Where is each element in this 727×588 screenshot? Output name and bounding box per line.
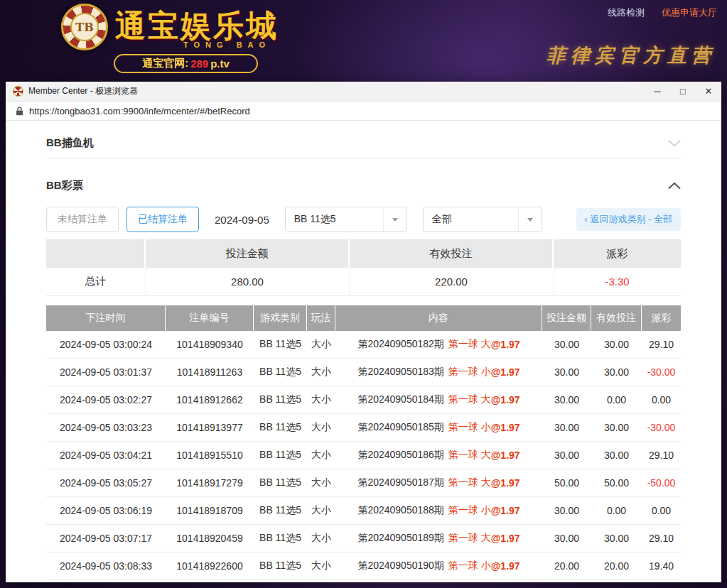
summary-payout: -3.30 [554, 268, 681, 296]
back-to-category-button[interactable]: ‹ 返回游戏类别 - 全部 [576, 208, 682, 231]
cell-play: 大小 [307, 359, 335, 386]
type-select-arrow [518, 207, 542, 232]
content-period: 第202409050185期 [357, 421, 443, 434]
table-row: 2024-09-05 03:07:17 101418920459 BB 11选5… [46, 525, 681, 552]
casino-chip-logo-icon: TB [61, 4, 108, 50]
cell-game: BB 11选5 [254, 525, 307, 552]
cell-game: BB 11选5 [254, 469, 307, 496]
cell-bet-amount: 30.00 [542, 442, 591, 469]
bet-table-header: 下注时间 注单编号 游戏类别 玩法 内容 投注金额 有效投注 派彩 [46, 305, 681, 331]
table-row: 2024-09-05 03:05:27 101418917279 BB 11选5… [46, 469, 681, 497]
minimize-button[interactable]: ─ [645, 82, 670, 102]
screen: TB 通宝娱乐城 TONG BAO 通宝官网: 289 p.tv 线路检测 优惠… [0, 0, 727, 588]
chevron-down-icon [668, 140, 681, 147]
banner-links: 线路检测 优惠申请大厅 [608, 6, 717, 19]
table-row: 2024-09-05 03:02:27 101418912662 BB 11选5… [46, 386, 681, 414]
cell-order-no: 101418915510 [166, 442, 254, 469]
cell-payout: 0.00 [642, 497, 681, 524]
type-select[interactable]: 全部 [423, 207, 542, 232]
cell-play: 大小 [307, 414, 335, 441]
close-button[interactable]: ✕ [696, 82, 721, 102]
settled-bets-button[interactable]: 已结算注单 [126, 207, 199, 232]
official-site-pill[interactable]: 通宝官网: 289 p.tv [114, 54, 258, 73]
cell-order-no: 101418918709 [166, 497, 254, 524]
cell-valid-bet: 50.00 [591, 469, 642, 496]
window-titlebar[interactable]: Member Center - 极速浏览器 ─ □ ✕ [6, 82, 721, 102]
cell-valid-bet: 30.00 [591, 359, 642, 386]
maximize-button[interactable]: □ [670, 82, 696, 102]
type-select-value: 全部 [432, 213, 452, 226]
content-odds: @1.97 [491, 560, 520, 572]
cell-order-no: 101418912662 [166, 386, 254, 413]
cell-time: 2024-09-05 03:05:27 [46, 469, 166, 496]
official-site-domain: p.tv [210, 58, 230, 70]
cell-payout: -50.00 [642, 469, 681, 496]
header-play-type: 玩法 [307, 305, 335, 331]
table-row: 2024-09-05 03:00:24 101418909340 BB 11选5… [46, 331, 681, 359]
cell-play: 大小 [307, 497, 335, 524]
header-order-no: 注单编号 [166, 305, 254, 331]
content-pick: 第一球 大 [448, 449, 491, 462]
cell-play: 大小 [307, 525, 335, 552]
content-odds: @1.97 [491, 394, 520, 405]
summary-header-bet-amount: 投注金额 [146, 239, 350, 268]
content-odds: @1.97 [491, 422, 520, 433]
summary-table: 投注金额 有效投注 派彩 总计 280.00 220.00 -3.30 [46, 239, 681, 296]
content-pick: 第一球 小 [448, 366, 491, 379]
banner-slogan: 菲律宾官方直营 [546, 43, 716, 68]
cell-valid-bet: 30.00 [591, 331, 642, 358]
content-pick: 第一球 大 [448, 477, 491, 489]
content-period: 第202409050184期 [357, 393, 443, 406]
cell-content: 第202409050183期第一球 小@1.97 [335, 359, 542, 386]
cell-order-no: 101418911263 [166, 359, 254, 386]
cell-valid-bet: 0.00 [591, 497, 642, 524]
official-site-label: 通宝官网: [142, 57, 188, 70]
game-select[interactable]: BB 11选5 [285, 207, 407, 232]
header-payout: 派彩 [642, 305, 681, 331]
cell-game: BB 11选5 [254, 497, 307, 524]
section-fishing-label: BB捕鱼机 [46, 136, 94, 150]
cell-content: 第202409050186期第一球 大@1.97 [335, 442, 542, 469]
browser-window: Member Center - 极速浏览器 ─ □ ✕ https://tong… [6, 82, 721, 582]
cell-time: 2024-09-05 03:07:17 [46, 525, 166, 552]
date-picker[interactable]: 2024-09-05 [215, 214, 269, 226]
cell-time: 2024-09-05 03:01:37 [46, 359, 166, 386]
cell-payout: 0.00 [642, 386, 681, 413]
cell-payout: 29.10 [642, 331, 681, 358]
section-fishing-header[interactable]: BB捕鱼机 [46, 128, 681, 159]
cell-play: 大小 [307, 331, 335, 358]
content-pick: 第一球 大 [448, 393, 491, 406]
section-lottery-header[interactable]: BB彩票 [46, 179, 681, 192]
content-odds: @1.97 [491, 366, 520, 378]
content-pick: 第一球 小 [448, 421, 491, 434]
page-content: BB捕鱼机 BB彩票 未结算注单 已结算注单 2024-09-05 BB 11选… [6, 121, 721, 582]
address-bar: https://tongbao31.com:9900/infe/mcenter/… [6, 102, 721, 121]
header-valid-bet: 有效投注 [591, 305, 642, 331]
url-field[interactable]: https://tongbao31.com:9900/infe/mcenter/… [29, 106, 250, 116]
cell-bet-amount: 30.00 [542, 497, 591, 524]
cell-game: BB 11选5 [254, 386, 307, 413]
content-period: 第202409050187期 [357, 477, 443, 489]
cell-bet-amount: 50.00 [542, 469, 591, 496]
cell-bet-amount: 30.00 [542, 386, 591, 413]
chevron-up-icon [668, 183, 681, 190]
summary-header-payout: 派彩 [554, 239, 681, 268]
content-period: 第202409050183期 [357, 366, 443, 379]
chevron-down-icon [527, 218, 533, 222]
link-line-check[interactable]: 线路检测 [608, 6, 645, 19]
link-promo-hall[interactable]: 优惠申请大厅 [662, 6, 717, 19]
bet-table-body: 2024-09-05 03:00:24 101418909340 BB 11选5… [46, 331, 681, 580]
cell-order-no: 101418922600 [166, 552, 254, 579]
cell-play: 大小 [307, 469, 335, 496]
lock-icon [16, 107, 23, 116]
summary-header-blank [46, 239, 146, 268]
table-row: 2024-09-05 03:03:23 101418913977 BB 11选5… [46, 414, 681, 442]
content-pick: 第一球 大 [448, 532, 491, 545]
filter-bar: 未结算注单 已结算注单 2024-09-05 BB 11选5 全部 ‹ 返回游戏… [46, 207, 681, 232]
cell-bet-amount: 20.00 [542, 552, 591, 579]
cell-payout: 29.10 [642, 442, 681, 469]
unsettled-bets-button[interactable]: 未结算注单 [46, 207, 119, 232]
cell-time: 2024-09-05 03:06:19 [46, 497, 166, 524]
window-favicon-icon [13, 86, 23, 97]
content-period: 第202409050182期 [357, 338, 443, 351]
